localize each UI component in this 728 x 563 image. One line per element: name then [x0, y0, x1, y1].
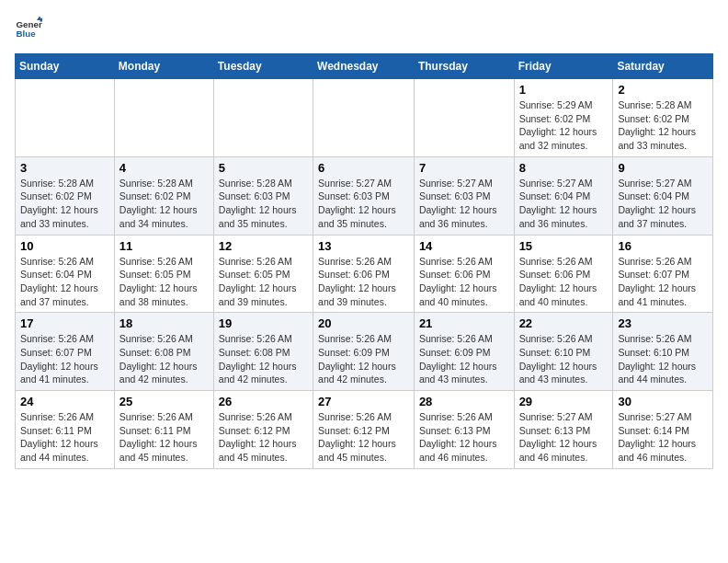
- calendar-week-row: 3Sunrise: 5:28 AM Sunset: 6:02 PM Daylig…: [16, 156, 713, 235]
- calendar-header-row: SundayMondayTuesdayWednesdayThursdayFrid…: [16, 54, 713, 79]
- calendar-cell: 28Sunrise: 5:26 AM Sunset: 6:13 PM Dayli…: [414, 391, 514, 469]
- day-info: Sunrise: 5:26 AM Sunset: 6:11 PM Dayligh…: [20, 410, 109, 465]
- calendar-cell: 1Sunrise: 5:29 AM Sunset: 6:02 PM Daylig…: [514, 79, 613, 157]
- day-number: 14: [419, 239, 509, 253]
- day-number: 2: [618, 83, 708, 97]
- day-number: 4: [119, 161, 209, 175]
- day-number: 1: [519, 83, 609, 97]
- day-info: Sunrise: 5:27 AM Sunset: 6:14 PM Dayligh…: [618, 410, 708, 465]
- calendar-cell: 14Sunrise: 5:26 AM Sunset: 6:06 PM Dayli…: [414, 235, 514, 313]
- calendar-cell: 15Sunrise: 5:26 AM Sunset: 6:06 PM Dayli…: [514, 235, 613, 313]
- day-info: Sunrise: 5:26 AM Sunset: 6:05 PM Dayligh…: [219, 255, 308, 309]
- calendar-cell: 30Sunrise: 5:27 AM Sunset: 6:14 PM Dayli…: [613, 391, 713, 469]
- weekday-header: Monday: [114, 54, 213, 79]
- day-number: 19: [219, 316, 308, 330]
- calendar-cell: 19Sunrise: 5:26 AM Sunset: 6:08 PM Dayli…: [213, 313, 313, 391]
- day-info: Sunrise: 5:26 AM Sunset: 6:13 PM Dayligh…: [419, 410, 509, 465]
- calendar-cell: [213, 79, 313, 157]
- day-number: 9: [618, 161, 708, 175]
- day-info: Sunrise: 5:26 AM Sunset: 6:08 PM Dayligh…: [119, 332, 209, 386]
- calendar-week-row: 1Sunrise: 5:29 AM Sunset: 6:02 PM Daylig…: [16, 79, 713, 157]
- day-number: 23: [618, 316, 708, 330]
- calendar-cell: [414, 79, 514, 157]
- calendar-week-row: 10Sunrise: 5:26 AM Sunset: 6:04 PM Dayli…: [16, 235, 713, 313]
- calendar-cell: 21Sunrise: 5:26 AM Sunset: 6:09 PM Dayli…: [414, 313, 514, 391]
- weekday-header: Wednesday: [313, 54, 415, 79]
- calendar-cell: 4Sunrise: 5:28 AM Sunset: 6:02 PM Daylig…: [114, 156, 213, 235]
- day-info: Sunrise: 5:28 AM Sunset: 6:02 PM Dayligh…: [119, 177, 209, 231]
- day-info: Sunrise: 5:26 AM Sunset: 6:10 PM Dayligh…: [618, 332, 708, 386]
- day-info: Sunrise: 5:26 AM Sunset: 6:08 PM Dayligh…: [219, 332, 308, 386]
- day-number: 28: [419, 395, 509, 408]
- day-info: Sunrise: 5:26 AM Sunset: 6:06 PM Dayligh…: [419, 255, 509, 309]
- day-info: Sunrise: 5:26 AM Sunset: 6:06 PM Dayligh…: [519, 255, 609, 309]
- day-number: 10: [20, 239, 109, 253]
- day-number: 3: [20, 161, 109, 175]
- day-number: 25: [119, 395, 209, 408]
- calendar-cell: [114, 79, 213, 157]
- day-info: Sunrise: 5:27 AM Sunset: 6:03 PM Dayligh…: [419, 177, 509, 231]
- day-number: 27: [318, 395, 409, 408]
- day-number: 17: [20, 316, 109, 330]
- day-info: Sunrise: 5:26 AM Sunset: 6:12 PM Dayligh…: [318, 410, 409, 465]
- day-info: Sunrise: 5:26 AM Sunset: 6:10 PM Dayligh…: [519, 332, 609, 386]
- calendar-cell: 17Sunrise: 5:26 AM Sunset: 6:07 PM Dayli…: [16, 313, 115, 391]
- calendar-cell: [16, 79, 115, 157]
- day-info: Sunrise: 5:26 AM Sunset: 6:09 PM Dayligh…: [318, 332, 409, 386]
- calendar-cell: 9Sunrise: 5:27 AM Sunset: 6:04 PM Daylig…: [613, 156, 713, 235]
- calendar-body: 1Sunrise: 5:29 AM Sunset: 6:02 PM Daylig…: [16, 79, 713, 469]
- day-info: Sunrise: 5:27 AM Sunset: 6:13 PM Dayligh…: [519, 410, 609, 465]
- day-number: 21: [419, 316, 509, 330]
- day-number: 6: [318, 161, 409, 175]
- day-number: 24: [20, 395, 109, 408]
- calendar-cell: 8Sunrise: 5:27 AM Sunset: 6:04 PM Daylig…: [514, 156, 613, 235]
- day-info: Sunrise: 5:26 AM Sunset: 6:12 PM Dayligh…: [219, 410, 308, 465]
- weekday-header: Sunday: [16, 54, 115, 79]
- calendar-cell: [313, 79, 415, 157]
- calendar-cell: 25Sunrise: 5:26 AM Sunset: 6:11 PM Dayli…: [114, 391, 213, 469]
- calendar-cell: 18Sunrise: 5:26 AM Sunset: 6:08 PM Dayli…: [114, 313, 213, 391]
- svg-text:General: General: [17, 19, 43, 29]
- day-info: Sunrise: 5:27 AM Sunset: 6:04 PM Dayligh…: [618, 177, 708, 231]
- weekday-header: Thursday: [414, 54, 514, 79]
- day-info: Sunrise: 5:26 AM Sunset: 6:07 PM Dayligh…: [618, 255, 708, 309]
- day-info: Sunrise: 5:26 AM Sunset: 6:07 PM Dayligh…: [20, 332, 109, 386]
- day-number: 16: [618, 239, 708, 253]
- day-number: 29: [519, 395, 609, 408]
- calendar-cell: 6Sunrise: 5:27 AM Sunset: 6:03 PM Daylig…: [313, 156, 415, 235]
- day-number: 7: [419, 161, 509, 175]
- calendar-cell: 24Sunrise: 5:26 AM Sunset: 6:11 PM Dayli…: [16, 391, 115, 469]
- day-info: Sunrise: 5:28 AM Sunset: 6:02 PM Dayligh…: [20, 177, 109, 231]
- calendar-cell: 3Sunrise: 5:28 AM Sunset: 6:02 PM Daylig…: [16, 156, 115, 235]
- calendar-cell: 11Sunrise: 5:26 AM Sunset: 6:05 PM Dayli…: [114, 235, 213, 313]
- day-number: 26: [219, 395, 308, 408]
- calendar-week-row: 24Sunrise: 5:26 AM Sunset: 6:11 PM Dayli…: [16, 391, 713, 469]
- calendar-cell: 29Sunrise: 5:27 AM Sunset: 6:13 PM Dayli…: [514, 391, 613, 469]
- calendar-cell: 13Sunrise: 5:26 AM Sunset: 6:06 PM Dayli…: [313, 235, 415, 313]
- day-info: Sunrise: 5:26 AM Sunset: 6:05 PM Dayligh…: [119, 255, 209, 309]
- calendar-week-row: 17Sunrise: 5:26 AM Sunset: 6:07 PM Dayli…: [16, 313, 713, 391]
- calendar-cell: 7Sunrise: 5:27 AM Sunset: 6:03 PM Daylig…: [414, 156, 514, 235]
- day-info: Sunrise: 5:28 AM Sunset: 6:03 PM Dayligh…: [219, 177, 308, 231]
- weekday-header: Friday: [514, 54, 613, 79]
- day-number: 22: [519, 316, 609, 330]
- calendar-cell: 27Sunrise: 5:26 AM Sunset: 6:12 PM Dayli…: [313, 391, 415, 469]
- day-number: 13: [318, 239, 409, 253]
- calendar-cell: 20Sunrise: 5:26 AM Sunset: 6:09 PM Dayli…: [313, 313, 415, 391]
- calendar-table: SundayMondayTuesdayWednesdayThursdayFrid…: [15, 53, 713, 469]
- day-info: Sunrise: 5:26 AM Sunset: 6:04 PM Dayligh…: [20, 255, 109, 309]
- weekday-header: Tuesday: [213, 54, 313, 79]
- logo-icon: General Blue: [15, 15, 42, 42]
- day-info: Sunrise: 5:27 AM Sunset: 6:03 PM Dayligh…: [318, 177, 409, 231]
- day-number: 18: [119, 316, 209, 330]
- weekday-header: Saturday: [613, 54, 713, 79]
- day-info: Sunrise: 5:26 AM Sunset: 6:06 PM Dayligh…: [318, 255, 409, 309]
- day-number: 11: [119, 239, 209, 253]
- logo: General Blue: [15, 15, 46, 42]
- calendar-cell: 10Sunrise: 5:26 AM Sunset: 6:04 PM Dayli…: [16, 235, 115, 313]
- calendar-cell: 23Sunrise: 5:26 AM Sunset: 6:10 PM Dayli…: [613, 313, 713, 391]
- calendar-cell: 16Sunrise: 5:26 AM Sunset: 6:07 PM Dayli…: [613, 235, 713, 313]
- svg-text:Blue: Blue: [17, 29, 37, 39]
- day-number: 12: [219, 239, 308, 253]
- day-info: Sunrise: 5:27 AM Sunset: 6:04 PM Dayligh…: [519, 177, 609, 231]
